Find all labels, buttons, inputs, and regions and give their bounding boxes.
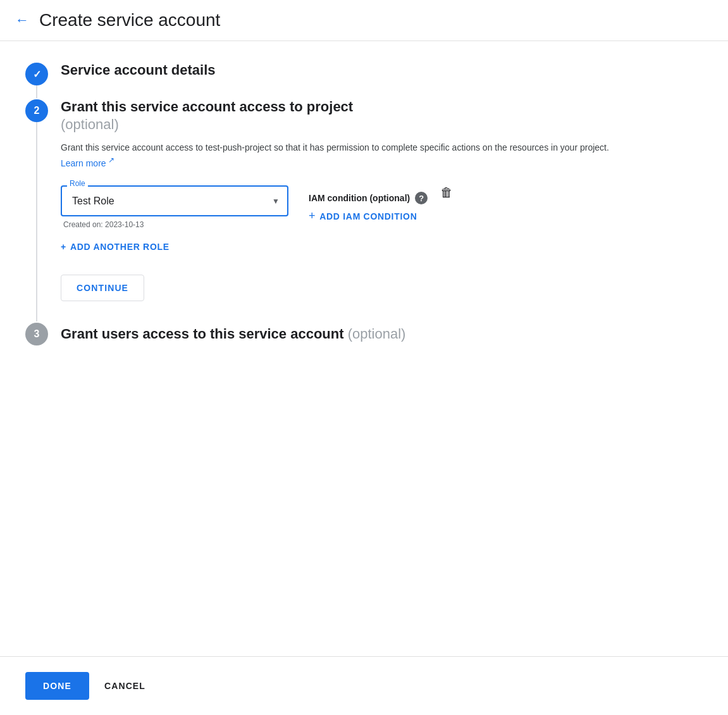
step2-left: 2	[25, 98, 48, 321]
learn-more-link[interactable]: Learn more ↗	[61, 158, 114, 168]
role-created-date: Created on: 2023-10-13	[61, 220, 288, 229]
role-iam-section: Role Test Role ▼ Created on: 2023-10-13 …	[61, 185, 703, 229]
step2-indicator: 2	[25, 99, 48, 122]
step2-heading: Grant this service account access to pro…	[61, 98, 703, 116]
cancel-button[interactable]: CANCEL	[104, 681, 145, 691]
step1-connector	[36, 85, 37, 98]
back-button[interactable]: ←	[15, 12, 29, 28]
step2-connector	[36, 122, 37, 321]
role-label: Role	[67, 179, 88, 188]
help-icon[interactable]: ?	[415, 192, 428, 204]
external-link-icon: ↗	[106, 156, 114, 165]
add-another-role-button[interactable]: + ADD ANOTHER ROLE	[61, 239, 170, 254]
step1-section: ✓ Service account details	[25, 61, 703, 98]
step1-left: ✓	[25, 61, 48, 98]
step3-heading: Grant users access to this service accou…	[61, 325, 703, 344]
page-title: Create service account	[39, 10, 220, 30]
iam-condition-label: IAM condition (optional)	[309, 193, 410, 203]
step1-heading: Service account details	[61, 61, 216, 80]
step2-section: 2 Grant this service account access to p…	[25, 98, 703, 321]
plus-icon-role: +	[61, 242, 66, 252]
iam-condition-header: IAM condition (optional) ?	[309, 192, 428, 204]
step3-optional-label: (optional)	[348, 326, 406, 342]
plus-icon: +	[309, 209, 316, 223]
bottom-bar: DONE CANCEL	[0, 656, 728, 715]
iam-condition-section: IAM condition (optional) ? + ADD IAM CON…	[309, 185, 453, 225]
role-field: Role Test Role ▼	[61, 185, 288, 216]
step3-section: 3 Grant users access to this service acc…	[25, 321, 703, 345]
iam-condition-content: IAM condition (optional) ? + ADD IAM CON…	[309, 185, 428, 225]
role-select[interactable]: Test Role	[61, 185, 288, 216]
step2-description: Grant this service account access to tes…	[61, 140, 611, 170]
step3-left: 3	[25, 321, 48, 345]
step1-indicator: ✓	[25, 63, 48, 85]
step3-indicator: 3	[25, 323, 48, 345]
add-iam-condition-button[interactable]: + ADD IAM CONDITION	[309, 207, 428, 225]
step2-optional-label: (optional)	[61, 116, 703, 133]
step3-content: Grant users access to this service accou…	[61, 321, 703, 345]
header: ← Create service account	[0, 0, 728, 41]
step2-content: Grant this service account access to pro…	[61, 98, 703, 321]
step1-content: Service account details	[61, 61, 216, 98]
continue-button[interactable]: CONTINUE	[61, 275, 144, 301]
main-content: ✓ Service account details 2 Grant this s…	[0, 41, 728, 366]
delete-role-button[interactable]: 🗑	[440, 185, 453, 200]
done-button[interactable]: DONE	[25, 672, 89, 700]
